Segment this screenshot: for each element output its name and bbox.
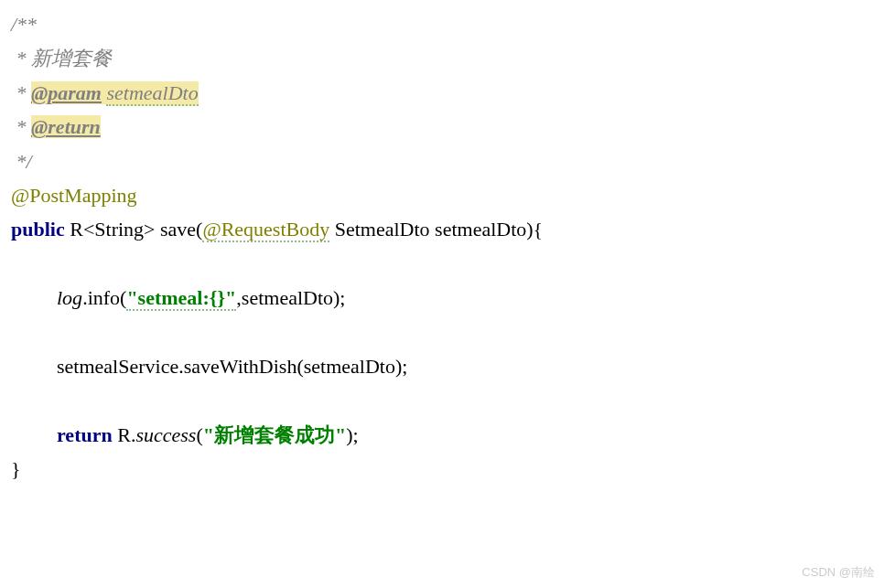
paren-close: ); (346, 423, 358, 446)
param-name: setmealDto (106, 81, 198, 106)
javadoc-close: */ (11, 144, 873, 178)
log-var: log (57, 286, 82, 309)
javadoc-line-desc: * 新增套餐 (11, 41, 873, 75)
log-method: .info( (82, 286, 126, 309)
annotation-line: @PostMapping (11, 178, 873, 212)
log-line: log.info("setmeal:{}",setmealDto); (11, 281, 873, 315)
requestbody-annotation: @RequestBody (202, 218, 329, 242)
success-method: success (135, 423, 196, 446)
param-tag: @param (31, 81, 102, 104)
return-tag: @return (31, 115, 101, 138)
javadoc-line-return: * @return (11, 110, 873, 144)
close-brace: } (11, 457, 21, 480)
comment-prefix: * (11, 81, 31, 104)
post-mapping-annotation: @PostMapping (11, 184, 137, 207)
public-keyword: public (11, 218, 65, 241)
blank-line (11, 315, 873, 349)
comment-text: */ (11, 150, 32, 173)
service-call: setmealService.saveWithDish(setmealDto); (57, 355, 407, 378)
comment-text: /** (11, 13, 37, 36)
comment-prefix: * (11, 115, 31, 138)
method-signature: public R<String> save(@RequestBody Setme… (11, 212, 873, 246)
log-args: ,setmealDto); (236, 286, 345, 309)
blank-line (11, 247, 873, 281)
method-params: SetmealDto setmealDto){ (329, 218, 543, 241)
comment-desc: 新增套餐 (31, 47, 112, 69)
comment-prefix: * (11, 47, 31, 69)
watermark: CSDN @南绘 (802, 562, 875, 583)
log-string: "setmeal:{}" (126, 286, 236, 311)
service-call-line: setmealService.saveWithDish(setmealDto); (11, 349, 873, 383)
success-string: "新增套餐成功" (203, 423, 346, 446)
close-brace-line: } (11, 452, 873, 486)
return-keyword: return (57, 423, 113, 446)
paren-open: ( (196, 423, 202, 446)
javadoc-open: /** (11, 7, 873, 41)
javadoc-line-param: * @param setmealDto (11, 76, 873, 110)
blank-line (11, 383, 873, 417)
return-mid: R. (113, 423, 136, 446)
return-type: R<String> save( (65, 218, 203, 241)
return-line: return R.success("新增套餐成功"); (11, 418, 873, 452)
